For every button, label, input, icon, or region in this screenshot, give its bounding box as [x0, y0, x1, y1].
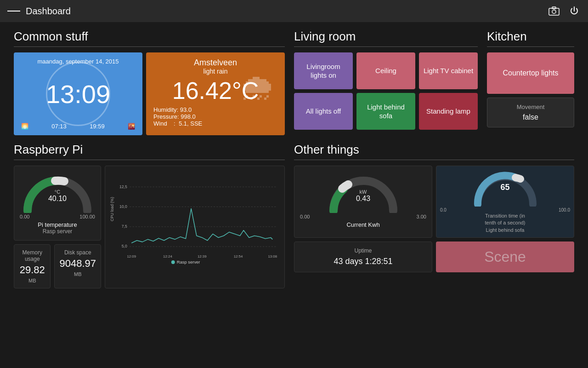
other-things-content: kW 0.43 0.00 3.00 Current Kwh	[294, 166, 574, 272]
disk-value: 9048.97	[59, 258, 96, 270]
humidity-label: Humidity:	[153, 106, 178, 113]
temp-unit: °C	[21, 189, 94, 195]
svg-text:5,0: 5,0	[122, 244, 127, 248]
sunset-icon: 🌇	[128, 123, 135, 130]
pressure-row: Pressure: 998.0	[153, 113, 277, 120]
transition-label3: Light behind sofa	[440, 227, 570, 234]
memory-value: 29.82	[19, 264, 45, 276]
pressure-label: Pressure:	[153, 113, 179, 120]
sunrise-icon: 🌅	[21, 123, 28, 130]
svg-point-17	[171, 260, 175, 264]
photo-icon[interactable]	[548, 5, 560, 17]
svg-text:12,5: 12,5	[119, 184, 127, 189]
svg-text:7,5: 7,5	[122, 224, 127, 229]
common-stuff-section: Common stuff maandag, september 14, 2015…	[14, 29, 285, 135]
svg-text:12:24: 12:24	[163, 254, 172, 259]
svg-text:10,0: 10,0	[119, 204, 127, 209]
temp-min: 0.00	[20, 214, 29, 219]
kwh-max: 3.00	[417, 214, 426, 219]
temp-range: 0.00 100.00	[20, 214, 95, 219]
living-room-section: Living room Livingroom lights on Ceiling…	[294, 29, 478, 135]
movement-tile: Movement false	[487, 98, 574, 127]
svg-text:13:08: 13:08	[268, 254, 277, 259]
svg-text:Rasp server: Rasp server	[177, 259, 200, 264]
disk-unit: MB	[59, 271, 96, 277]
rasp-content: °C 40.10 0.00 100.00 Pi temperature Rasp…	[14, 166, 285, 288]
btn-light-behind-sofa[interactable]: Light behind sofa	[356, 93, 415, 130]
clock-tile: maandag, september 14, 2015 13:09 🌅 07:1…	[14, 52, 142, 135]
memory-disk-area: Memory usage 29.82 MB Disk space 9048.97…	[14, 244, 101, 288]
movement-value: false	[493, 113, 568, 121]
kwh-gauge-tile: kW 0.43 0.00 3.00 Current Kwh	[294, 166, 432, 238]
svg-text:CPU load (%): CPU load (%)	[110, 197, 114, 221]
power-icon[interactable]	[568, 5, 581, 17]
clock-circle	[46, 62, 110, 126]
top-area: Common stuff maandag, september 14, 2015…	[14, 29, 574, 135]
kwh-label: Current Kwh	[300, 221, 426, 228]
transition-label1: Transition time (in	[440, 213, 570, 219]
transition-value: 65	[473, 183, 537, 192]
humidity-value: 93.0	[180, 106, 192, 113]
memory-unit: MB	[19, 278, 45, 283]
hamburger-menu-icon[interactable]	[7, 5, 20, 17]
header-icons	[548, 5, 581, 17]
btn-livingroom-lights-on[interactable]: Livingroom lights on	[294, 52, 353, 89]
rasp-left: °C 40.10 0.00 100.00 Pi temperature Rasp…	[14, 166, 101, 288]
cpu-chart-tile: CPU load (%) 12,5 10,0 7,5 5,0 12:09	[105, 166, 285, 288]
main-content: Common stuff maandag, september 14, 2015…	[0, 22, 588, 296]
svg-rect-2	[552, 7, 556, 9]
transition-label2: tenth of a second)	[440, 219, 570, 226]
temp-value: 40.10	[21, 195, 94, 203]
header: Dashboard	[0, 0, 588, 22]
memory-tile: Memory usage 29.82 MB	[14, 244, 51, 288]
temperature-gauge-tile: °C 40.10 0.00 100.00 Pi temperature Rasp…	[14, 166, 101, 241]
wind-row: Wind : 5.1, SSE	[153, 120, 277, 127]
memory-label: Memory usage	[19, 249, 45, 262]
btn-ceiling[interactable]: Ceiling	[356, 52, 415, 89]
transition-tile: 65 0.0 100.0 Transition time (in tenth o…	[436, 166, 574, 238]
btn-countertop-lights[interactable]: Countertop lights	[487, 52, 574, 94]
sunrise-time: 07:13	[51, 123, 67, 130]
scene-tile[interactable]: Scene	[436, 242, 574, 272]
common-stuff-title: Common stuff	[14, 29, 285, 47]
kwh-unit: kW	[327, 189, 400, 195]
weather-tile: 🌧 Amstelveen light rain 16.42°C Humidity…	[146, 52, 285, 135]
raspberry-pi-title: Raspberry Pi	[14, 143, 285, 160]
transition-max: 100.0	[559, 207, 570, 213]
svg-text:12:09: 12:09	[127, 254, 136, 259]
movement-label: Movement	[493, 104, 568, 110]
svg-text:12:54: 12:54	[234, 254, 243, 259]
temp-title: Pi temperature	[20, 221, 95, 228]
weather-bg-icon: 🌧	[239, 66, 276, 109]
svg-point-1	[552, 10, 556, 14]
other-things-title: Other things	[294, 143, 574, 160]
btn-light-tv-cabinet[interactable]: Light TV cabinet	[419, 52, 478, 89]
weather-details: Humidity: 93.0 Pressure: 998.0 Wind : 5.…	[153, 106, 277, 127]
kitchen-title: Kitchen	[487, 29, 574, 47]
bottom-area: Raspberry Pi	[14, 143, 574, 288]
kwh-min: 0.00	[300, 214, 310, 219]
uptime-value: 43 days 1:28:51	[300, 257, 426, 266]
living-room-grid: Livingroom lights on Ceiling Light TV ca…	[294, 52, 478, 130]
wind-label: Wind	[153, 120, 167, 127]
disk-label: Disk space	[59, 249, 96, 256]
kitchen-grid: Countertop lights Movement false	[487, 52, 574, 127]
raspberry-pi-section: Raspberry Pi	[14, 143, 285, 288]
page-title: Dashboard	[26, 6, 542, 17]
living-room-title: Living room	[294, 29, 478, 47]
temp-max: 100.00	[79, 214, 95, 219]
uptime-tile: Uptime 43 days 1:28:51	[294, 242, 432, 272]
btn-all-lights-off[interactable]: All lights off	[294, 93, 353, 130]
temp-subtitle: Rasp server	[20, 228, 95, 235]
scene-label: Scene	[484, 248, 526, 265]
kitchen-section: Kitchen Countertop lights Movement false	[487, 29, 574, 135]
uptime-label: Uptime	[300, 247, 426, 254]
svg-text:12:39: 12:39	[198, 254, 207, 259]
svg-rect-0	[549, 8, 559, 15]
cpu-chart-svg: CPU load (%) 12,5 10,0 7,5 5,0 12:09	[110, 171, 280, 272]
wind-value: 5.1, SSE	[179, 120, 202, 127]
transition-min: 0.0	[440, 207, 447, 213]
btn-standing-lamp[interactable]: Standing lamp	[419, 93, 478, 130]
kwh-range: 0.00 3.00	[300, 214, 426, 219]
pressure-value: 998.0	[181, 113, 196, 120]
